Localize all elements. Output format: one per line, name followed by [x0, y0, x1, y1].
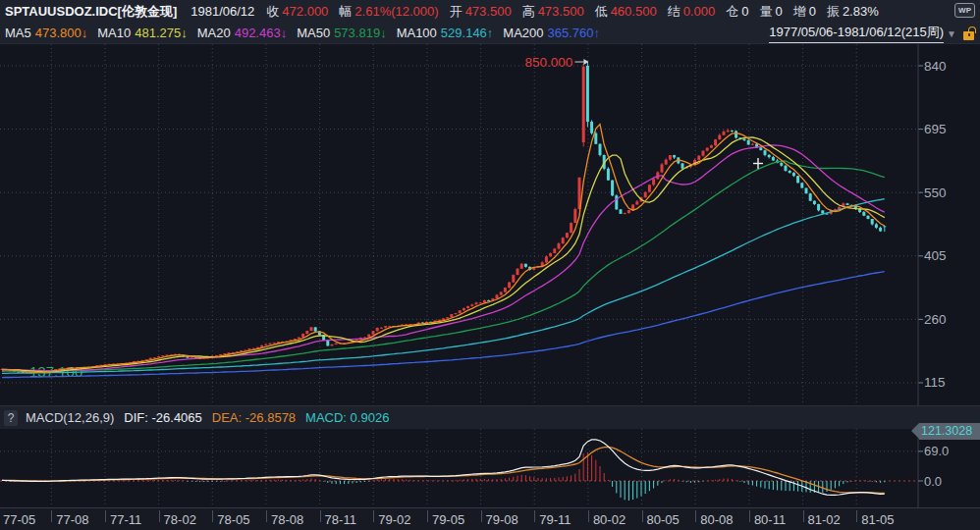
- field-label: 仓: [726, 4, 738, 19]
- y-axis-label: 405: [924, 248, 947, 263]
- field-value: 473.500: [538, 4, 584, 19]
- ma-value: 481.275↓: [135, 26, 188, 40]
- time-axis-label: 78-02: [164, 512, 196, 527]
- time-axis-label: 78-08: [271, 512, 303, 527]
- time-axis-label: 80-02: [593, 512, 626, 527]
- time-axis-label: 81-05: [861, 512, 894, 527]
- field-label: 量: [759, 4, 772, 19]
- field-value: 0: [741, 4, 748, 19]
- y-axis-label: 840: [924, 59, 947, 74]
- ma100-line: [2, 199, 885, 374]
- chart-app-window: SPTAUUSDOZ.IDC[伦敦金现] 1981/06/12 收472.000…: [0, 0, 980, 530]
- time-axis-tick: [266, 510, 267, 522]
- time-axis-label: 77-11: [110, 512, 141, 527]
- ma-label: MA100: [397, 26, 437, 40]
- y-axis-label: 550: [924, 186, 947, 200]
- ma-value: 573.819↓: [334, 26, 387, 40]
- macd-chart[interactable]: 69.00.0: [0, 429, 980, 507]
- ma-value: 473.800↓: [35, 26, 88, 40]
- chevron-down-icon[interactable]: ▼: [947, 28, 956, 39]
- time-axis-label: 79-11: [539, 512, 571, 527]
- wp-badge[interactable]: WP: [954, 3, 975, 18]
- macd-title: MACD(12,26,9): [26, 410, 114, 425]
- ma-values: MA5473.800↓MA10481.275↓MA20492.463↓MA505…: [5, 26, 610, 40]
- y-axis-label: 115: [924, 375, 946, 390]
- ma-value: 365.760↑: [548, 26, 601, 40]
- field-label: 低: [595, 4, 608, 19]
- date-range-text[interactable]: 1977/05/06-1981/06/12(215周): [769, 24, 944, 43]
- time-axis-label: 78-11: [325, 512, 356, 527]
- ma-label: MA20: [197, 26, 231, 40]
- quote-field: 幅2.61%(12.000): [339, 4, 438, 19]
- ma-item: MA50573.819↓: [297, 26, 386, 40]
- quote-field: 结0.000: [668, 4, 716, 19]
- quote-field: 高473.500: [522, 4, 584, 19]
- time-axis-label: 77-08: [56, 512, 88, 527]
- grid-layer: 840695550405260115: [0, 44, 947, 405]
- ma-item: MA100529.146↑: [397, 26, 494, 40]
- time-axis-tick: [803, 510, 804, 522]
- quote-field: 低460.500: [595, 4, 657, 19]
- field-value: 0: [775, 4, 782, 19]
- y-axis-label: 695: [924, 122, 947, 136]
- time-axis-tick: [320, 510, 321, 522]
- macd-grid-layer: 69.00.0: [0, 429, 949, 507]
- time-axis-tick: [481, 510, 482, 522]
- quote-field: 开473.500: [450, 4, 512, 19]
- dif-value: DIF: -26.4065: [124, 410, 202, 425]
- main-price-chart[interactable]: 840695550405260115137.100850.000: [0, 44, 980, 405]
- macd-chart-canvas[interactable]: 69.00.0: [0, 429, 980, 507]
- field-label: 开: [450, 4, 463, 19]
- ma-label: MA200: [503, 26, 543, 40]
- time-axis-tick: [856, 510, 857, 522]
- quote-field: 增0: [793, 4, 816, 19]
- ma20-line: [2, 145, 885, 371]
- field-label: 收: [266, 4, 279, 19]
- field-label: 结: [668, 4, 681, 19]
- time-axis-label: 77-05: [3, 512, 35, 527]
- time-axis-label: 81-02: [808, 512, 841, 527]
- field-value: 2.83%: [843, 4, 879, 19]
- quote-field: 振2.83%: [827, 4, 879, 19]
- dea-value: DEA: -26.8578: [212, 410, 296, 425]
- field-label: 高: [522, 4, 535, 19]
- y-axis-label: 260: [924, 312, 947, 327]
- field-value: 460.500: [611, 4, 657, 19]
- ma-label: MA50: [297, 26, 330, 40]
- ma-item: MA5473.800↓: [5, 26, 87, 40]
- help-icon[interactable]: ?: [4, 410, 18, 426]
- ma-label: MA10: [97, 26, 131, 40]
- macd-max-badge: 121.3028: [919, 423, 980, 440]
- field-value: 2.61%(12.000): [354, 4, 438, 19]
- time-axis-label: 78-05: [217, 512, 249, 527]
- field-value: 472.000: [282, 4, 328, 19]
- macd-indicator-header: ? MACD(12,26,9) DIF: -26.4065 DEA: -26.8…: [0, 405, 980, 429]
- field-label: 幅: [339, 4, 352, 19]
- time-axis-tick: [534, 510, 535, 522]
- quote-date: 1981/06/12: [191, 4, 254, 19]
- date-range-selector[interactable]: 1977/05/06-1981/06/12(215周) ▼: [769, 23, 974, 44]
- time-axis-tick: [588, 510, 589, 522]
- unlock-icon[interactable]: [963, 31, 974, 40]
- quote-fields: 收472.000幅2.61%(12.000)开473.500高473.500低4…: [266, 3, 889, 21]
- ma-value: 529.146↑: [441, 26, 494, 40]
- candlestick-chart-canvas[interactable]: 840695550405260115137.100850.000: [0, 44, 980, 405]
- time-axis-label: 80-05: [647, 512, 680, 527]
- time-axis-label: 80-08: [700, 512, 733, 527]
- time-axis-tick: [51, 510, 52, 522]
- ma-item: MA200365.760↑: [503, 26, 600, 40]
- macd-y-axis-label: 0.0: [924, 474, 942, 489]
- time-axis-tick: [373, 510, 374, 522]
- field-value: 473.500: [465, 4, 512, 19]
- time-axis-tick: [105, 510, 106, 522]
- quote-field: 收472.000: [266, 4, 328, 19]
- time-axis-label: 79-08: [486, 512, 518, 527]
- candlesticks-layer: [1, 62, 887, 374]
- ma-value: 492.463↓: [235, 26, 288, 40]
- ma-indicator-bar: MA5473.800↓MA10481.275↓MA20492.463↓MA505…: [0, 23, 980, 44]
- symbol-name: SPTAUUSDOZ.IDC[伦敦金现]: [5, 3, 177, 21]
- field-label: 振: [827, 4, 840, 19]
- time-axis-tick: [695, 510, 696, 522]
- time-axis: 77-0577-0877-1178-0278-0578-0878-1179-02…: [0, 507, 980, 530]
- time-axis-label: 79-02: [378, 512, 410, 527]
